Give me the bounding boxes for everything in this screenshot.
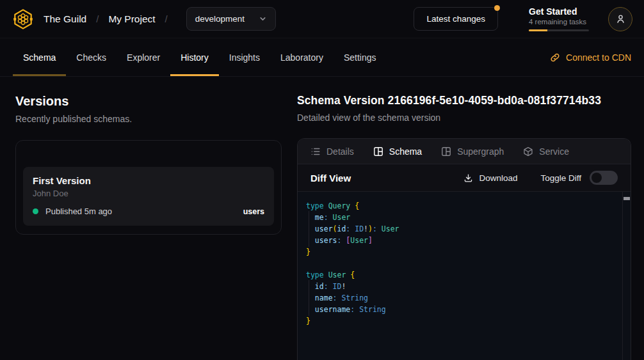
nav-tab-insights[interactable]: Insights [219,38,270,76]
download-button[interactable]: Download [463,173,517,183]
link-icon [550,52,560,63]
detail-tab-supergraph[interactable]: Supergraph [441,146,504,157]
latest-changes-button[interactable]: Latest changes [414,7,498,31]
breadcrumb-project[interactable]: My Project [108,13,155,25]
code-line: user(id: ID!): User [306,223,614,235]
version-list-item[interactable]: First VersionJohn DoePublished 5m agouse… [23,167,274,226]
detail-tabs: DetailsSchemaSupergraphService [298,139,631,164]
app-header: The Guild / My Project / development Lat… [0,0,644,38]
connect-to-cdn-label: Connect to CDN [566,52,631,63]
code-lines: type Query { me: User user(id: ID!): Use… [306,200,614,327]
notification-dot [494,5,500,11]
nav-tab-explorer[interactable]: Explorer [117,38,170,76]
detail-tab-label: Service [539,146,569,157]
version-detail-title: Schema Version 2166196f-5e10-4059-bd0a-0… [297,94,631,107]
detail-tab-schema[interactable]: Schema [373,146,422,157]
breadcrumb-separator: / [96,13,99,24]
versions-subtitle: Recently published schemas. [15,114,282,124]
code-line: } [306,246,614,258]
code-line: users: [User] [306,235,614,246]
detail-tab-label: Details [326,146,354,157]
columns-icon [373,146,383,157]
code-line: } [306,315,614,327]
detail-tab-service[interactable]: Service [523,146,569,157]
nav-tab-checks[interactable]: Checks [66,38,117,76]
code-scrollbar[interactable] [622,192,631,360]
version-detail-panel: Schema Version 2166196f-5e10-4059-bd0a-0… [297,77,644,360]
versions-title: Versions [15,94,282,109]
page-nav: SchemaChecksExplorerHistoryInsightsLabor… [0,38,644,77]
toggle-diff-label: Toggle Diff [540,173,581,183]
code-line: type User { [306,269,614,281]
toggle-diff-knob [592,173,602,183]
versions-panel: Versions Recently published schemas. Fir… [0,77,297,360]
nav-tab-settings[interactable]: Settings [334,38,387,76]
schema-code-viewer[interactable]: type Query { me: User user(id: ID!): Use… [298,192,631,360]
download-icon [463,173,473,183]
diff-toolbar: Diff View Download Toggle Diff [298,164,631,192]
columns-icon [441,146,451,157]
person-icon [615,13,626,24]
code-line: name: String [306,292,614,304]
latest-changes-label: Latest changes [426,14,485,24]
target-select-value: development [195,14,245,24]
breadcrumb-org[interactable]: The Guild [44,13,86,25]
version-meta: Published 5m agousers [33,207,264,216]
code-line: type Query { [306,200,614,212]
detail-tab-label: Supergraph [457,146,504,157]
get-started-widget[interactable]: Get Started 4 remaining tasks [529,6,589,31]
published-status-dot [33,208,38,214]
download-label: Download [479,173,517,183]
version-detail-card: DetailsSchemaSupergraphService Diff View… [297,138,631,360]
toggle-diff-switch[interactable] [590,171,618,185]
chevron-down-icon [259,15,267,23]
get-started-title: Get Started [529,6,589,17]
main-content: Versions Recently published schemas. Fir… [0,77,644,360]
version-author: John Doe [33,189,264,198]
code-scrollbar-thumb[interactable] [624,197,630,200]
get-started-progress-fill [529,29,547,31]
code-line: id: ID! [306,281,614,292]
code-line [306,258,614,269]
diff-toolbar-actions: Download Toggle Diff [463,171,618,185]
cube-icon [523,146,533,157]
version-name: First Version [33,175,264,186]
connect-to-cdn-button[interactable]: Connect to CDN [550,38,631,76]
version-detail-subtitle: Detailed view of the schema version [297,113,631,123]
nav-tabs: SchemaChecksExplorerHistoryInsightsLabor… [13,38,387,76]
target-select[interactable]: development [186,7,276,31]
user-avatar[interactable] [608,7,632,31]
detail-tab-label: Schema [389,146,422,157]
hive-logo-icon[interactable] [12,8,35,31]
version-service-badge: users [243,207,264,216]
versions-list: First VersionJohn DoePublished 5m agouse… [15,140,282,235]
code-line: username: String [306,304,614,315]
code-line: me: User [306,212,614,223]
nav-tab-laboratory[interactable]: Laboratory [270,38,334,76]
version-status: Published 5m ago [45,207,112,216]
diff-view-title: Diff View [310,173,351,184]
nav-tab-history[interactable]: History [170,38,219,76]
breadcrumb-separator: / [165,13,168,24]
get-started-progress [529,29,589,31]
list-icon [310,146,321,157]
nav-tab-schema[interactable]: Schema [13,38,66,76]
get-started-subtitle: 4 remaining tasks [529,18,589,26]
detail-tab-details[interactable]: Details [310,146,354,157]
